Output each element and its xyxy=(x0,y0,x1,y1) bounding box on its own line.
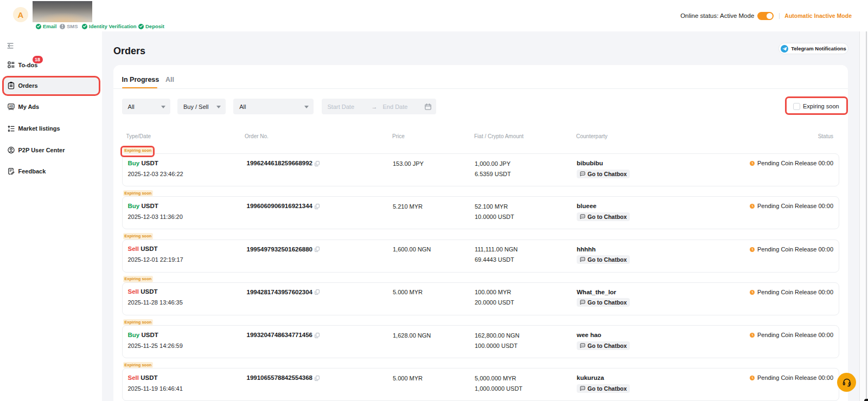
svg-text:AD: AD xyxy=(9,105,14,108)
